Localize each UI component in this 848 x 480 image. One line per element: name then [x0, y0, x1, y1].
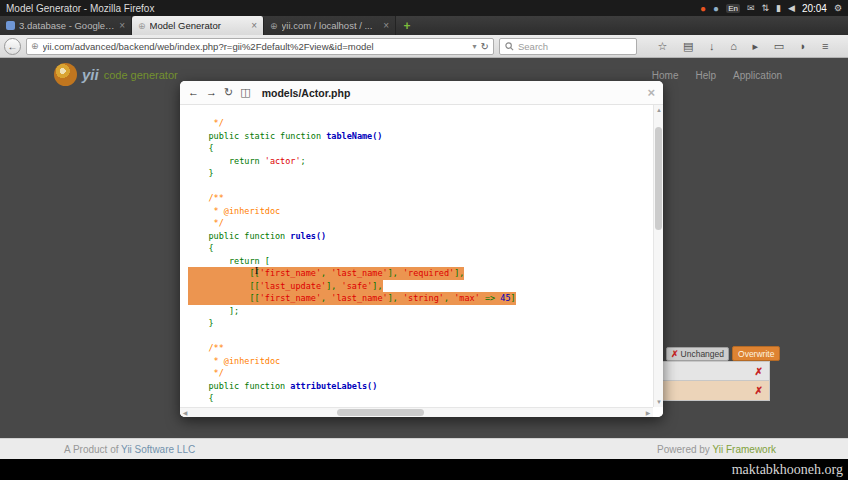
- clock[interactable]: 20:04: [802, 3, 827, 14]
- window-title: Model Generator - Mozilla Firefox: [6, 3, 154, 14]
- footer-right: Powered by Yii Framework: [657, 444, 776, 455]
- code-preview-modal: ← → ↻ ◫ models/Actor.php × */ public sta…: [180, 81, 663, 417]
- x-icon[interactable]: ✗: [755, 385, 763, 396]
- tab-favicon: ⊕: [138, 21, 146, 31]
- system-tray: ● ● En ✉ ⇅ ▮ ◀ 20:04 ⚙: [700, 3, 842, 14]
- footer-left-text: A Product of: [64, 444, 121, 455]
- preview-back-icon[interactable]: ←: [188, 87, 199, 98]
- nav-link-help[interactable]: Help: [696, 70, 717, 81]
- navigation-toolbar: ← ⊕ yii.com/advanced/backend/web/index.p…: [0, 35, 848, 58]
- x-icon[interactable]: ✗: [755, 366, 763, 377]
- tab-label: 3.database - Google ...: [19, 20, 115, 31]
- logo-subtitle: code generator: [104, 69, 178, 81]
- preview-refresh-icon[interactable]: ↻: [224, 87, 233, 98]
- url-bar[interactable]: ⊕ yii.com/advanced/backend/web/index.php…: [26, 38, 494, 55]
- vertical-scrollbar[interactable]: ▲ ▼: [653, 105, 663, 407]
- toolbar-icons: ☆ ▤ ↓ ⌂ ▸ ▭ ◗ ≡: [642, 41, 844, 52]
- modal-body: */ public static function tableName() { …: [180, 105, 663, 417]
- modal-header: ← → ↻ ◫ models/Actor.php ×: [180, 81, 663, 105]
- search-icon: [505, 42, 514, 51]
- footer-left: A Product of Yii Software LLC: [64, 444, 195, 455]
- gii-nav: Home Help Application: [652, 70, 782, 81]
- reload-icon[interactable]: ↻: [481, 41, 489, 52]
- watermark-text: maktabkhooneh.org: [732, 462, 843, 478]
- site-identity-icon[interactable]: ⊕: [31, 41, 39, 51]
- tab-bar: 3.database - Google ... × ⊕ Model Genera…: [0, 16, 848, 35]
- tab-close-icon[interactable]: ×: [383, 20, 389, 31]
- gii-logo[interactable]: yii code generator: [54, 63, 178, 86]
- url-input[interactable]: yii.com/advanced/backend/web/index.php?r…: [43, 41, 469, 52]
- watermark-strip: maktabkhooneh.org: [0, 459, 848, 480]
- downloads-icon[interactable]: ↓: [709, 41, 715, 52]
- horizontal-scrollbar[interactable]: ◀ ▶: [180, 407, 653, 417]
- session-gear-icon[interactable]: ⚙: [834, 3, 842, 13]
- tab-label: Model Generator: [150, 20, 248, 31]
- preview-forward-icon[interactable]: →: [206, 87, 217, 98]
- new-tab-button[interactable]: +: [396, 16, 418, 35]
- volume-icon[interactable]: ◀: [788, 3, 795, 13]
- scroll-left-icon[interactable]: ◀: [180, 408, 190, 417]
- overwrite-label: Overwrite: [738, 349, 774, 359]
- modal-close-button[interactable]: ×: [647, 85, 655, 100]
- star-icon[interactable]: ☆: [658, 41, 668, 52]
- yii-software-link[interactable]: Yii Software LLC: [121, 444, 195, 455]
- url-dropdown-icon[interactable]: ▾: [473, 42, 477, 51]
- vertical-scroll-thumb[interactable]: [655, 127, 662, 230]
- tab-phpmyadmin[interactable]: ⊕ yii.com / localhost / ... ×: [264, 16, 396, 35]
- yii-logo-icon: [54, 63, 77, 86]
- preview-copy-icon[interactable]: ◫: [240, 87, 250, 98]
- home-icon[interactable]: ⌂: [730, 41, 737, 52]
- footer-right-text: Powered by: [657, 444, 712, 455]
- app-indicator-icon[interactable]: ●: [700, 3, 706, 14]
- tab-favicon: [6, 21, 15, 30]
- messaging-indicator-icon[interactable]: ●: [713, 3, 719, 14]
- tab-close-icon[interactable]: ×: [119, 20, 125, 31]
- tab-label: yii.com / localhost / ...: [282, 20, 380, 31]
- text-cursor-i-beam: I: [252, 265, 261, 276]
- horizontal-scroll-thumb[interactable]: [337, 409, 424, 416]
- unchanged-label: Unchanged: [681, 349, 724, 359]
- logo-word: yii: [82, 66, 99, 83]
- modal-title: models/Actor.php: [262, 87, 351, 99]
- tab-close-icon[interactable]: ×: [251, 20, 257, 31]
- nav-link-application[interactable]: Application: [733, 70, 782, 81]
- search-input[interactable]: Search: [518, 41, 548, 52]
- pocket-icon[interactable]: ◗: [800, 41, 807, 52]
- nav-link-home[interactable]: Home: [652, 70, 679, 81]
- keyboard-layout-indicator[interactable]: En: [726, 4, 740, 13]
- send-icon[interactable]: ▸: [752, 41, 758, 52]
- tab-favicon: ⊕: [270, 21, 278, 31]
- unchanged-button[interactable]: ✗ Unchanged: [666, 347, 729, 361]
- site-footer: A Product of Yii Software LLC Powered by…: [0, 438, 848, 459]
- search-bar[interactable]: Search: [499, 38, 637, 55]
- bookmarks-icon[interactable]: ▤: [683, 41, 693, 52]
- tab-model-generator[interactable]: ⊕ Model Generator ×: [132, 16, 264, 35]
- tab-database[interactable]: 3.database - Google ... ×: [0, 16, 132, 35]
- mail-icon[interactable]: ✉: [747, 3, 755, 13]
- screenshot-icon[interactable]: ▭: [774, 41, 784, 52]
- overwrite-button[interactable]: Overwrite: [732, 346, 780, 361]
- screen: Model Generator - Mozilla Firefox ● ● En…: [0, 0, 848, 480]
- yii-framework-link[interactable]: Yii Framework: [712, 444, 776, 455]
- x-icon: ✗: [671, 349, 679, 359]
- menu-icon[interactable]: ≡: [822, 41, 828, 52]
- code-block[interactable]: */ public static function tableName() { …: [180, 105, 653, 407]
- system-bar: Model Generator - Mozilla Firefox ● ● En…: [0, 0, 848, 16]
- back-button[interactable]: ←: [4, 38, 21, 55]
- scroll-up-icon[interactable]: ▲: [654, 105, 663, 115]
- scroll-right-icon[interactable]: ▶: [643, 408, 653, 417]
- diff-filter-buttons: ✗ Unchanged Overwrite: [666, 346, 780, 361]
- scroll-down-icon[interactable]: ▼: [654, 397, 663, 407]
- battery-icon[interactable]: ▮: [776, 3, 781, 13]
- network-icon[interactable]: ⇅: [761, 3, 769, 13]
